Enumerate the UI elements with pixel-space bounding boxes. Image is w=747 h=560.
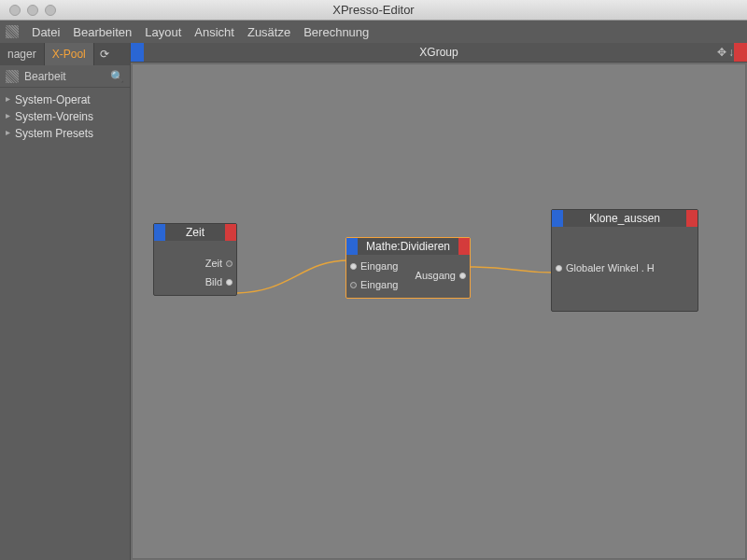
port-dot[interactable] [226, 260, 233, 267]
port-dot[interactable] [556, 265, 562, 272]
wire-mathe-to-klone [467, 267, 554, 273]
titlebar: XPresso-Editor [0, 0, 747, 21]
sidebar: nager X-Pool ⟳ Bearbeit 🔍 System-Operat … [0, 43, 131, 560]
node-input-handle[interactable] [346, 238, 358, 255]
preset-tree: System-Operat System-Voreins System Pres… [0, 88, 130, 146]
port-mathe-in-2[interactable]: Eingang [350, 279, 398, 290]
menu-file[interactable]: Datei [32, 25, 60, 39]
node-output-handle[interactable] [225, 224, 236, 241]
tab-cycle-icon[interactable]: ⟳ [94, 43, 115, 65]
node-zeit[interactable]: Zeit Zeit Bild [153, 223, 237, 296]
port-klone-in[interactable]: Globaler Winkel . H [556, 262, 655, 273]
port-label: Bild [205, 276, 222, 287]
menubar: Datei Bearbeiten Layout Ansicht Zusätze … [0, 21, 747, 43]
sidebar-tabs: nager X-Pool ⟳ [0, 43, 130, 65]
tree-item-system-presets[interactable]: System Presets [6, 125, 128, 142]
canvas-area: XGroup ✥ ↓ ▾ Zeit [131, 43, 747, 560]
menu-edit[interactable]: Bearbeiten [73, 25, 132, 39]
port-mathe-out[interactable]: Ausgang [416, 270, 466, 281]
window-title: XPresso-Editor [0, 3, 747, 17]
menu-view[interactable]: Ansicht [194, 25, 234, 39]
node-output-handle[interactable] [458, 238, 470, 255]
port-label: Zeit [205, 258, 222, 269]
port-label: Globaler Winkel . H [566, 262, 655, 273]
tree-item-system-presets-de[interactable]: System-Voreins [6, 108, 128, 125]
group-title: XGroup [131, 46, 747, 59]
node-klone-label: Klone_aussen [563, 210, 686, 227]
move-icon[interactable]: ✥ [717, 46, 726, 59]
node-zeit-label: Zeit [165, 224, 225, 241]
port-dot[interactable] [459, 273, 466, 279]
canvas-header: XGroup ✥ ↓ ▾ [131, 43, 747, 63]
tree-item-system-operators[interactable]: System-Operat [6, 91, 128, 108]
menu-extras[interactable]: Zusätze [247, 25, 290, 39]
sidebar-toolbar: Bearbeit 🔍 [0, 65, 130, 88]
app-icon [6, 25, 19, 38]
list-icon[interactable] [6, 70, 19, 83]
port-dot[interactable] [226, 279, 233, 286]
node-mathe[interactable]: Mathe:Dividieren Eingang Eingang Ausgang [345, 237, 471, 299]
menu-layout[interactable]: Layout [145, 25, 181, 39]
port-label: Eingang [360, 279, 398, 290]
node-mathe-title[interactable]: Mathe:Dividieren [346, 238, 470, 255]
wire-zeit-to-mathe [233, 260, 349, 293]
port-mathe-in-1[interactable]: Eingang [350, 260, 398, 272]
port-zeit-out-zeit[interactable]: Zeit [205, 258, 233, 269]
port-label: Ausgang [416, 270, 456, 281]
group-output-handle[interactable] [734, 43, 747, 62]
port-dot[interactable] [350, 282, 357, 288]
sidebar-tab-manager[interactable]: nager [0, 43, 45, 65]
node-klone[interactable]: Klone_aussen Globaler Winkel . H [551, 209, 698, 312]
port-zeit-out-bild[interactable]: Bild [205, 276, 233, 287]
search-icon[interactable]: 🔍 [110, 70, 124, 83]
node-zeit-title[interactable]: Zeit [154, 224, 236, 241]
node-canvas[interactable]: Zeit Zeit Bild Mathe:Dividieren [132, 63, 746, 559]
node-input-handle[interactable] [154, 224, 165, 241]
port-dot[interactable] [350, 263, 357, 270]
menu-calc[interactable]: Berechnung [303, 25, 369, 39]
sidebar-tab-xpool[interactable]: X-Pool [45, 43, 94, 65]
port-label: Eingang [360, 260, 398, 272]
node-klone-title[interactable]: Klone_aussen [552, 210, 698, 227]
sidebar-toolbar-label[interactable]: Bearbeit [24, 70, 66, 83]
node-mathe-label: Mathe:Dividieren [358, 238, 458, 255]
node-input-handle[interactable] [552, 210, 563, 227]
node-output-handle[interactable] [686, 210, 698, 227]
